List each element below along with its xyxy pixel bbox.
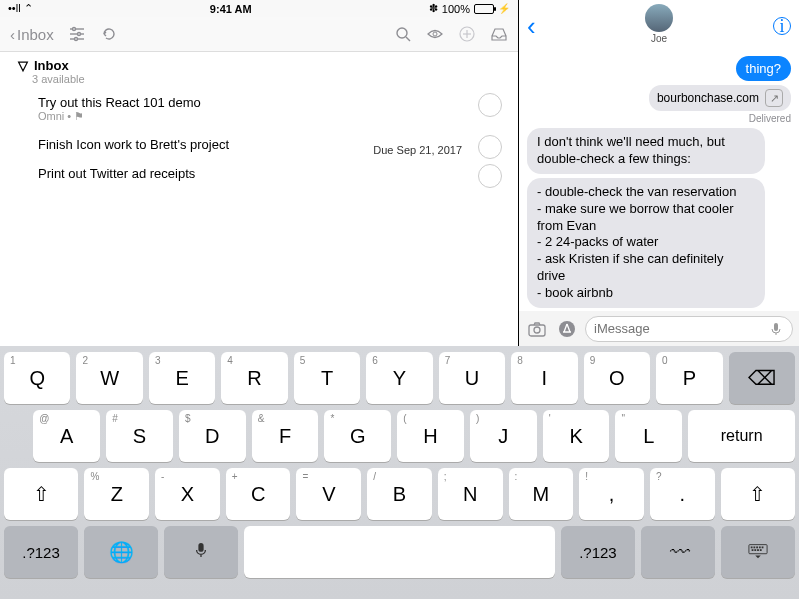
task-row[interactable]: Try out this React 101 demo Omni • ⚑	[0, 89, 518, 131]
svg-rect-26	[760, 549, 762, 551]
task-row[interactable]: Print out Twitter ad receipts	[0, 160, 518, 189]
outgoing-message: thing?	[736, 56, 791, 81]
message-field[interactable]	[585, 316, 793, 342]
complete-circle[interactable]	[478, 135, 502, 159]
back-button[interactable]: ‹ Inbox	[10, 26, 54, 43]
key-symbols[interactable]: .?123	[561, 526, 635, 578]
appstore-icon[interactable]	[555, 317, 579, 341]
key-return[interactable]: return	[688, 410, 795, 462]
svg-rect-25	[757, 549, 759, 551]
messages-header: ‹ Joe i	[519, 0, 799, 52]
key-S[interactable]: #S	[106, 410, 173, 462]
task-title: Try out this React 101 demo	[38, 95, 506, 110]
search-icon[interactable]	[394, 25, 412, 43]
task-title: Print out Twitter ad receipts	[38, 166, 506, 181]
svg-rect-24	[754, 549, 756, 551]
svg-point-4	[77, 33, 80, 36]
key-G[interactable]: *G	[324, 410, 391, 462]
key-T[interactable]: 5T	[294, 352, 360, 404]
key-N[interactable]: ;N	[438, 468, 503, 520]
key-shift[interactable]: ⇧	[721, 468, 795, 520]
status-bar: ••ll ⌃ 9:41 AM ✽ 100% ⚡	[0, 0, 518, 17]
toolbar: ‹ Inbox	[0, 17, 518, 52]
key-hide-keyboard[interactable]	[721, 526, 795, 578]
task-due: Due Sep 21, 2017	[373, 144, 462, 156]
svg-point-3	[72, 28, 75, 31]
key-Y[interactable]: 6Y	[366, 352, 432, 404]
key-I[interactable]: 8I	[511, 352, 577, 404]
svg-line-7	[406, 37, 410, 41]
link-url: bourbonchase.com	[657, 91, 759, 105]
svg-point-13	[534, 327, 540, 333]
key-dictation[interactable]	[164, 526, 238, 578]
svg-rect-23	[752, 549, 754, 551]
key-handwriting[interactable]: 〰	[641, 526, 715, 578]
key-F[interactable]: &F	[252, 410, 319, 462]
key-B[interactable]: /B	[367, 468, 432, 520]
sort-icon[interactable]	[68, 25, 86, 43]
key-.[interactable]: ?.	[650, 468, 715, 520]
avatar	[645, 4, 673, 32]
key-V[interactable]: =V	[296, 468, 361, 520]
svg-rect-18	[751, 546, 753, 548]
key-symbols[interactable]: .?123	[4, 526, 78, 578]
folder-header[interactable]: ▽Inbox 3 available	[0, 52, 518, 89]
camera-icon[interactable]	[525, 317, 549, 341]
svg-point-8	[433, 32, 437, 36]
task-list: ▽Inbox 3 available Try out this React 10…	[0, 52, 518, 346]
key-shift[interactable]: ⇧	[4, 468, 78, 520]
contact-name: Joe	[519, 33, 799, 44]
mic-icon[interactable]	[768, 321, 784, 337]
key-backspace[interactable]: ⌫	[729, 352, 795, 404]
clock: 9:41 AM	[33, 3, 429, 15]
open-link-icon[interactable]: ↗	[765, 89, 783, 107]
view-icon[interactable]	[426, 25, 444, 43]
task-row[interactable]: Finish Icon work to Brett's project Due …	[0, 131, 518, 160]
incoming-message: I don't think we'll need much, but doubl…	[527, 128, 765, 174]
inbox-icon[interactable]	[490, 25, 508, 43]
key-X[interactable]: -X	[155, 468, 220, 520]
battery-pct: 100%	[442, 3, 470, 15]
undo-icon[interactable]	[100, 25, 118, 43]
svg-rect-16	[198, 543, 203, 552]
key-H[interactable]: (H	[397, 410, 464, 462]
info-icon[interactable]: i	[773, 17, 791, 35]
tasks-app: ••ll ⌃ 9:41 AM ✽ 100% ⚡ ‹ Inbox	[0, 0, 519, 346]
messages-back[interactable]: ‹	[527, 11, 536, 42]
key-U[interactable]: 7U	[439, 352, 505, 404]
key-Z[interactable]: %Z	[84, 468, 149, 520]
message-thread[interactable]: thing? bourbonchase.com ↗ Delivered I do…	[519, 52, 799, 311]
folder-count: 3 available	[32, 73, 500, 85]
key-Q[interactable]: 1Q	[4, 352, 70, 404]
key-L[interactable]: "L	[615, 410, 682, 462]
svg-rect-22	[762, 546, 764, 548]
back-label: Inbox	[17, 26, 54, 43]
key-W[interactable]: 2W	[76, 352, 142, 404]
key-space[interactable]	[244, 526, 555, 578]
svg-point-6	[397, 28, 407, 38]
link-preview[interactable]: bourbonchase.com ↗	[649, 85, 791, 111]
contact[interactable]: Joe	[519, 4, 799, 44]
key-M[interactable]: :M	[509, 468, 574, 520]
key-O[interactable]: 9O	[584, 352, 650, 404]
message-input[interactable]	[594, 321, 762, 336]
key-,[interactable]: !,	[579, 468, 644, 520]
folder-name: Inbox	[34, 58, 69, 73]
key-C[interactable]: +C	[226, 468, 291, 520]
key-P[interactable]: 0P	[656, 352, 722, 404]
key-globe[interactable]: 🌐	[84, 526, 158, 578]
key-E[interactable]: 3E	[149, 352, 215, 404]
complete-circle[interactable]	[478, 164, 502, 188]
add-icon[interactable]	[458, 25, 476, 43]
key-A[interactable]: @A	[33, 410, 100, 462]
compose-bar	[519, 311, 799, 346]
messages-app: ‹ Joe i thing? bourbonchase.com ↗ Delive…	[519, 0, 799, 346]
key-R[interactable]: 4R	[221, 352, 287, 404]
battery-icon	[474, 4, 494, 14]
keyboard: 1Q2W3E4R5T6Y7U8I9O0P⌫ @A#S$D&F*G(H)J'K"L…	[0, 346, 799, 599]
key-K[interactable]: 'K	[543, 410, 610, 462]
complete-circle[interactable]	[478, 93, 502, 117]
charging-icon: ⚡	[498, 3, 510, 14]
key-D[interactable]: $D	[179, 410, 246, 462]
key-J[interactable]: )J	[470, 410, 537, 462]
